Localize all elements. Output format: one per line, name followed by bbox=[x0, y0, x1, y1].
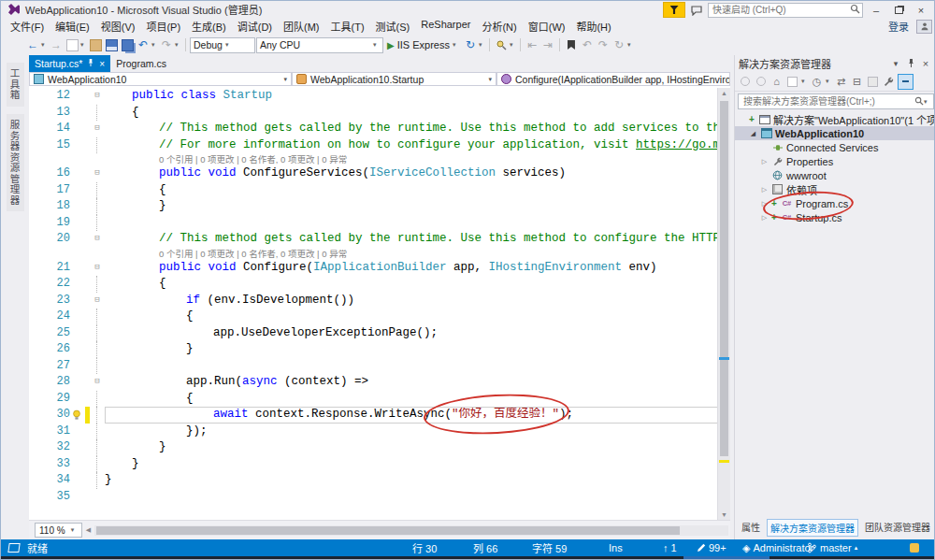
switch-views-dropdown-icon[interactable]: ▾ bbox=[801, 78, 808, 85]
save-icon[interactable] bbox=[104, 37, 119, 52]
start-debugging-button[interactable]: ▶ IIS Express ▾ bbox=[384, 39, 462, 50]
outline-collapse-icon[interactable]: ⊟ bbox=[90, 88, 105, 105]
code-text[interactable]: // For more information on how to config… bbox=[105, 137, 718, 154]
side-tab-0[interactable]: 工具箱 bbox=[7, 63, 24, 107]
vertical-scrollbar[interactable]: ▲ ▼ bbox=[717, 88, 730, 521]
feedback-icon[interactable] bbox=[689, 4, 704, 17]
previous-bookmark-icon[interactable]: ↶ bbox=[580, 37, 595, 52]
home-icon[interactable]: ⌂ bbox=[770, 75, 784, 89]
tree-item-4[interactable]: wwwroot bbox=[735, 168, 935, 182]
code-line-28[interactable]: 28⊟app.Run(async (context) => bbox=[29, 374, 718, 391]
tree-item-3[interactable]: ▷Properties bbox=[735, 154, 935, 168]
code-text[interactable]: } bbox=[105, 456, 718, 473]
expander-icon[interactable]: ▷ bbox=[760, 200, 769, 208]
code-line-34[interactable]: 34} bbox=[29, 472, 718, 489]
status-line[interactable]: 行 30 bbox=[412, 539, 437, 556]
status-column[interactable]: 列 66 bbox=[473, 539, 497, 556]
code-text[interactable]: app.UseDeveloperExceptionPage(); bbox=[105, 325, 718, 342]
code-line-12[interactable]: 12⊟public class Startup bbox=[29, 88, 718, 105]
forward-icon[interactable] bbox=[754, 75, 768, 89]
code-line-32[interactable]: 32} bbox=[29, 439, 718, 456]
close-button[interactable]: × bbox=[912, 3, 930, 17]
new-file-icon[interactable] bbox=[65, 37, 79, 52]
show-all-files-icon[interactable] bbox=[866, 75, 880, 89]
code-text[interactable]: { bbox=[105, 391, 718, 408]
tree-item-1[interactable]: ◢WebApplication10 bbox=[735, 126, 935, 140]
status-pending-edits[interactable]: 99+ bbox=[697, 539, 726, 556]
navigate-back-dropdown-icon[interactable]: ▾ bbox=[41, 41, 48, 49]
pin-icon[interactable] bbox=[903, 58, 918, 70]
zoom-dropdown[interactable]: 110 % ▾ bbox=[35, 523, 82, 538]
notification-icon[interactable] bbox=[910, 539, 919, 556]
code-text[interactable] bbox=[105, 358, 718, 375]
refresh-icon[interactable]: ↻ bbox=[463, 37, 478, 52]
sign-in-link[interactable]: 登录 bbox=[888, 19, 909, 34]
code-text[interactable]: await context.Response.WriteAsync("你好，百度… bbox=[105, 407, 718, 424]
codelens-row[interactable]: 0 个引用 | 0 项更改 | 0 名作者, 0 项更改 | 0 异常 bbox=[29, 248, 718, 260]
new-file-dropdown-icon[interactable]: ▾ bbox=[80, 41, 87, 49]
code-text[interactable]: public class Startup bbox=[105, 88, 718, 105]
code-line-26[interactable]: 26} bbox=[29, 341, 718, 358]
solution-platform-dropdown[interactable]: Any CPU▾ bbox=[256, 37, 383, 53]
code-line-20[interactable]: 20⊟// This method gets called by the run… bbox=[29, 231, 718, 248]
menu-item-8[interactable]: 测试(S) bbox=[370, 17, 416, 36]
side-tab-1[interactable]: 服务器资源管理器 bbox=[7, 114, 24, 211]
menu-item-4[interactable]: 生成(B) bbox=[186, 17, 232, 36]
status-outgoing-commits[interactable]: ↑1 bbox=[663, 539, 677, 556]
code-line-19[interactable]: 19 bbox=[29, 215, 718, 232]
scroll-left-icon[interactable]: ◀ bbox=[82, 526, 94, 534]
status-branch[interactable]: master ▴ bbox=[807, 539, 857, 556]
panel-tab-0[interactable]: 属性 bbox=[739, 519, 763, 537]
redo-icon[interactable]: ↷ bbox=[159, 37, 174, 52]
code-line-18[interactable]: 18} bbox=[29, 198, 718, 215]
redo-dropdown-icon[interactable]: ▾ bbox=[175, 41, 181, 49]
code-line-13[interactable]: 13{ bbox=[29, 105, 718, 122]
restore-button[interactable] bbox=[889, 3, 908, 17]
code-line-23[interactable]: 23⊟if (env.IsDevelopment()) bbox=[29, 293, 718, 309]
menu-item-6[interactable]: 团队(M) bbox=[278, 17, 325, 36]
window-position-dropdown-icon[interactable]: ▾ bbox=[888, 59, 903, 68]
code-text[interactable]: { bbox=[105, 276, 718, 293]
panel-tab-2[interactable]: 团队资源管理器 bbox=[862, 519, 933, 537]
menu-item-10[interactable]: 分析(N) bbox=[476, 17, 522, 36]
menu-item-7[interactable]: 工具(T) bbox=[325, 17, 370, 36]
code-line-27[interactable]: 27 bbox=[29, 358, 718, 375]
menu-item-5[interactable]: 调试(D) bbox=[232, 17, 278, 36]
code-line-33[interactable]: 33} bbox=[29, 456, 718, 473]
code-text[interactable] bbox=[105, 489, 718, 506]
close-tab-icon[interactable]: × bbox=[99, 59, 105, 69]
filter-dropdown-icon[interactable]: ▾ bbox=[826, 78, 832, 85]
menu-item-3[interactable]: 项目(P) bbox=[140, 17, 186, 36]
switch-views-icon[interactable] bbox=[785, 75, 799, 89]
horizontal-scrollbar-thumb[interactable] bbox=[96, 526, 680, 535]
toolbar-overflow-icon[interactable]: ▾ bbox=[510, 41, 516, 49]
open-file-icon[interactable] bbox=[88, 37, 103, 52]
code-text[interactable]: // This method gets called by the runtim… bbox=[105, 231, 718, 248]
properties-wrench-icon[interactable] bbox=[882, 75, 896, 89]
code-line-21[interactable]: 21⊟public void Configure(IApplicationBui… bbox=[29, 260, 718, 277]
menu-item-11[interactable]: 窗口(W) bbox=[523, 17, 571, 36]
lightbulb-icon[interactable] bbox=[72, 407, 85, 424]
status-user[interactable]: ◈Administrator bbox=[742, 539, 813, 556]
code-text[interactable]: }); bbox=[105, 424, 718, 440]
sync-with-active-document-icon[interactable]: ⇄ bbox=[834, 75, 848, 89]
code-line-30[interactable]: 30await context.Response.WriteAsync("你好，… bbox=[29, 407, 718, 424]
solution-search-input[interactable] bbox=[741, 95, 914, 108]
code-line-24[interactable]: 24{ bbox=[29, 309, 718, 325]
outline-collapse-icon[interactable]: ⊟ bbox=[90, 260, 105, 277]
expander-icon[interactable]: ▷ bbox=[760, 186, 769, 194]
preview-selected-items-toggle[interactable] bbox=[898, 74, 913, 90]
outline-collapse-icon[interactable]: ⊟ bbox=[90, 165, 105, 182]
refresh-dropdown-icon[interactable]: ▾ bbox=[479, 41, 485, 49]
quick-launch-input[interactable] bbox=[711, 4, 850, 16]
code-text[interactable]: // This method gets called by the runtim… bbox=[105, 121, 718, 137]
tree-item-0[interactable]: +解决方案"WebApplication10"(1 个项目) bbox=[735, 112, 935, 126]
codelens-info[interactable]: 0 个引用 | 0 项更改 | 0 名作者, 0 项更改 | 0 异常 bbox=[159, 249, 347, 259]
tree-item-6[interactable]: ▷+C#Program.cs bbox=[735, 196, 935, 210]
code-text[interactable]: { bbox=[105, 182, 718, 199]
expander-icon[interactable]: ▷ bbox=[760, 158, 769, 165]
solution-configuration-dropdown[interactable]: Debug▾ bbox=[190, 37, 255, 53]
back-icon[interactable] bbox=[738, 75, 752, 89]
code-line-17[interactable]: 17{ bbox=[29, 182, 718, 199]
navigate-back-icon[interactable]: ← bbox=[25, 37, 40, 52]
